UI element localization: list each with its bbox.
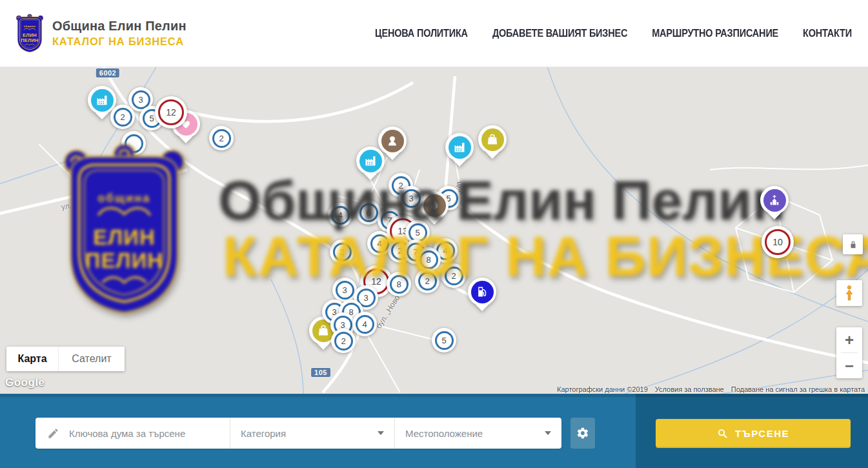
factory-pin[interactable] xyxy=(356,147,385,175)
search-fields-group: Категория Местоположение xyxy=(35,418,561,449)
site-title: Община Елин Пелин xyxy=(52,19,187,34)
factory-icon xyxy=(91,89,114,112)
cluster-count: 6 xyxy=(366,208,370,218)
cluster-count: 3 xyxy=(363,293,368,303)
nav-item-contacts[interactable]: КОНТАКТИ xyxy=(803,28,852,39)
cluster-count: 10 xyxy=(772,237,783,247)
cluster-count: 8 xyxy=(426,255,430,265)
google-logo[interactable]: Google xyxy=(5,376,45,389)
site-subtitle: КАТАЛОГ НА БИЗНЕСА xyxy=(52,36,187,48)
shopping-bag-icon xyxy=(481,128,504,151)
cluster-marker[interactable]: 4 xyxy=(352,312,377,336)
map-type-toggle: Карта Сателит xyxy=(6,347,125,371)
cluster-count: 5 xyxy=(149,114,154,123)
pencil-icon xyxy=(47,427,59,440)
terms-of-use-link[interactable]: Условия за ползване xyxy=(655,385,724,393)
google-map[interactable]: 6002105ул. Преславбул. „Новоселции 32512… xyxy=(0,66,868,394)
chevron-down-icon xyxy=(545,431,551,435)
cluster-marker[interactable]: 2 xyxy=(441,263,466,288)
map-type-satellite-button[interactable]: Сателит xyxy=(58,347,125,371)
zoom-out-button[interactable]: − xyxy=(836,353,862,378)
cluster-count: 3 xyxy=(138,95,143,105)
road-shield-label: 6002 xyxy=(96,68,119,77)
pegman-icon xyxy=(842,285,856,301)
cluster-count: 12 xyxy=(166,107,176,117)
church-pin[interactable] xyxy=(760,186,789,214)
worker-icon xyxy=(381,130,404,152)
cluster-marker[interactable] xyxy=(121,131,146,156)
factory-icon xyxy=(359,150,382,172)
cluster-count: 5 xyxy=(415,228,419,238)
street-view-pegman-button[interactable] xyxy=(836,280,862,306)
cluster-marker[interactable]: 10 xyxy=(762,226,794,258)
flame-icon xyxy=(423,194,446,217)
svg-text:община: община xyxy=(24,25,36,28)
cluster-count: 4 xyxy=(377,239,381,249)
cluster-count: 4 xyxy=(338,210,342,220)
cluster-count: 5 xyxy=(441,336,446,345)
cluster-marker[interactable]: 2 xyxy=(415,269,439,293)
cluster-marker[interactable]: 2 xyxy=(331,329,356,353)
site-title-block: Община Елин Пелин КАТАЛОГ НА БИЗНЕСА xyxy=(52,19,187,48)
cluster-count: 12 xyxy=(371,276,381,287)
cluster-marker[interactable]: 5 xyxy=(432,328,456,352)
cluster-marker[interactable]: 2 xyxy=(330,239,354,264)
cluster-marker[interactable]: 4 xyxy=(328,203,352,227)
cluster-count: 2 xyxy=(451,271,456,281)
svg-text:ЕЛИН: ЕЛИН xyxy=(23,32,37,38)
nav-item-add-business[interactable]: ДОБАВЕТЕ ВАШИЯТ БИЗНЕС xyxy=(492,28,627,39)
nav-item-route-schedule[interactable]: МАРШРУТНО РАЗПИСАНИЕ xyxy=(652,28,778,39)
site-logo[interactable]: община ЕЛИН ПЕЛИН Община Елин Пелин КАТА… xyxy=(14,12,187,54)
cluster-marker[interactable]: 2 xyxy=(209,126,234,150)
map-attribution: Картографски данни ©2019 Условия за полз… xyxy=(557,385,865,393)
road-shield-label: 105 xyxy=(311,368,330,377)
cluster-count: 2 xyxy=(120,112,125,122)
map-type-map-button[interactable]: Карта xyxy=(6,347,58,371)
cluster-count: 2 xyxy=(425,276,429,286)
attribution-copyright: Картографски данни ©2019 xyxy=(557,385,648,393)
fuel-pin[interactable] xyxy=(468,278,496,306)
cluster-count: 4 xyxy=(443,246,447,256)
church-icon xyxy=(763,189,786,212)
cluster-count: 2 xyxy=(341,336,345,346)
cluster-count: 2 xyxy=(339,247,344,257)
shopping-bag-pin[interactable] xyxy=(478,125,507,154)
cluster-marker[interactable]: 2 xyxy=(110,105,135,129)
category-dropdown[interactable]: Категория xyxy=(230,418,395,449)
keyword-field-wrap xyxy=(35,418,230,449)
flame-pin[interactable] xyxy=(420,191,449,219)
fuel-icon xyxy=(471,281,494,303)
factory-icon xyxy=(449,136,471,159)
zoom-control: + − xyxy=(836,327,862,378)
cluster-marker[interactable]: 8 xyxy=(387,272,411,296)
search-bar-top-shade xyxy=(0,394,868,397)
municipality-crest-icon: община ЕЛИН ПЕЛИН xyxy=(14,12,45,54)
cluster-ring xyxy=(125,134,143,153)
cluster-count: 2 xyxy=(219,134,223,143)
gear-icon xyxy=(576,427,589,440)
factory-pin[interactable] xyxy=(445,133,474,161)
cluster-count: 2 xyxy=(398,246,402,256)
main-nav: ЦЕНОВА ПОЛИТИКА ДОБАВЕТЕ ВАШИЯТ БИЗНЕС М… xyxy=(375,0,852,66)
header: община ЕЛИН ПЕЛИН Община Елин Пелин КАТА… xyxy=(0,0,868,67)
category-dropdown-value: Категория xyxy=(241,428,286,439)
search-icon xyxy=(717,428,728,439)
search-button-label: ТЪРСЕНЕ xyxy=(735,428,789,439)
location-dropdown-value: Местоположение xyxy=(405,428,483,439)
zoom-in-button[interactable]: + xyxy=(836,327,862,352)
report-map-error-link[interactable]: Подаване на сигнал за грешка в картата xyxy=(731,385,865,393)
search-button[interactable]: ТЪРСЕНЕ xyxy=(656,419,851,448)
search-bar: Категория Местоположение ТЪРСЕНЕ xyxy=(0,394,868,468)
cluster-marker[interactable]: 12 xyxy=(155,96,187,128)
chevron-down-icon xyxy=(378,431,384,435)
advanced-settings-button[interactable] xyxy=(570,418,595,449)
worker-pin[interactable] xyxy=(378,127,407,155)
lock-button[interactable] xyxy=(843,234,863,254)
cluster-count: 3 xyxy=(409,194,413,203)
location-dropdown[interactable]: Местоположение xyxy=(395,418,561,449)
cluster-count: 8 xyxy=(396,280,401,289)
cluster-count: 3 xyxy=(342,285,347,295)
cluster-count: 4 xyxy=(362,320,367,329)
nav-item-pricing[interactable]: ЦЕНОВА ПОЛИТИКА xyxy=(375,28,468,39)
keyword-search-input[interactable] xyxy=(68,427,219,440)
